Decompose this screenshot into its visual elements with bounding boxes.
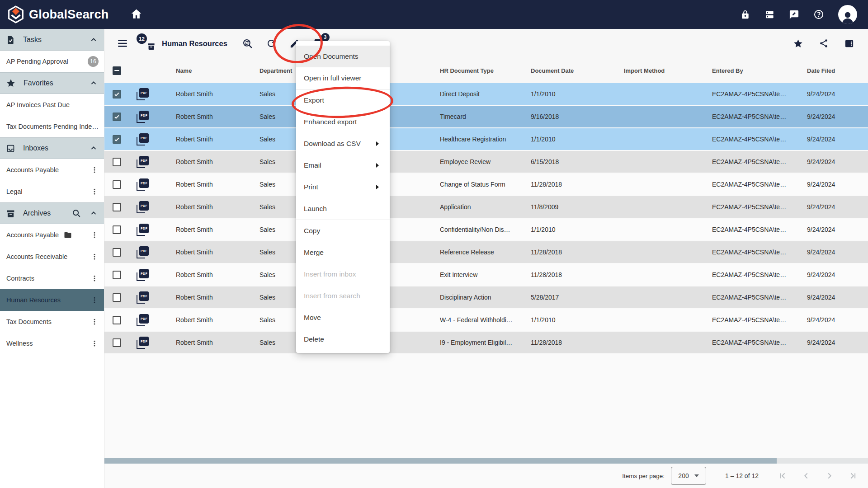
table-row[interactable]: PDFRobert SmithSalesDisciplinary Action5… bbox=[104, 286, 868, 309]
column-header-hr-document-type[interactable]: HR Document Type bbox=[440, 58, 494, 83]
column-header-entered-by[interactable]: Entered By bbox=[712, 58, 743, 83]
table-row[interactable]: PDFRobert SmithSalesI9 - Employment Elig… bbox=[104, 332, 868, 354]
kebab-menu-icon[interactable] bbox=[90, 318, 99, 326]
sidebar-item-legal[interactable]: Legal bbox=[0, 181, 104, 202]
sidebar-item-accounts-receivable[interactable]: Accounts Receivable bbox=[0, 246, 104, 267]
pdf-document-icon[interactable]: PDF bbox=[137, 156, 149, 168]
chevron-up-icon[interactable] bbox=[89, 209, 98, 218]
row-checkbox[interactable] bbox=[113, 135, 121, 144]
queues-button[interactable] bbox=[764, 9, 776, 21]
sidebar-item-wellness[interactable]: Wellness bbox=[0, 333, 104, 354]
pdf-document-icon[interactable]: PDF bbox=[137, 291, 149, 304]
home-button[interactable] bbox=[128, 6, 144, 23]
menu-item-enhanced-export[interactable]: Enhanced export bbox=[296, 111, 390, 133]
pdf-document-icon[interactable]: PDF bbox=[137, 111, 149, 123]
column-header-date-filed[interactable]: Date Filed bbox=[807, 58, 835, 83]
menu-item-print[interactable]: Print bbox=[296, 176, 390, 198]
archive-search-icon[interactable] bbox=[71, 208, 81, 218]
kebab-menu-icon[interactable] bbox=[90, 253, 99, 261]
pdf-document-icon[interactable]: PDF bbox=[137, 314, 149, 326]
table-row[interactable]: PDFRobert SmithSalesConfidentiality/Non … bbox=[104, 219, 868, 241]
row-checkbox[interactable] bbox=[113, 316, 121, 324]
horizontal-scrollbar[interactable] bbox=[104, 458, 868, 464]
table-row[interactable]: PDFRobert SmithSalesHealthcare Registrat… bbox=[104, 128, 868, 151]
menu-item-email[interactable]: Email bbox=[296, 155, 390, 176]
table-row[interactable]: PDFRobert SmithSalesDirect Deposit1/1/20… bbox=[104, 83, 868, 106]
pdf-document-icon[interactable]: PDF bbox=[137, 133, 149, 145]
row-checkbox[interactable] bbox=[113, 90, 121, 99]
sidebar-item-tax-documents-pending-inde[interactable]: Tax Documents Pending Inde… bbox=[0, 116, 104, 137]
sidebar-item-ap-pending-approval[interactable]: AP Pending Approval16 bbox=[0, 51, 104, 72]
sidebar-item-tax-documents[interactable]: Tax Documents bbox=[0, 311, 104, 333]
sidebar-section-tasks[interactable]: Tasks bbox=[0, 29, 104, 51]
refresh-button[interactable] bbox=[265, 37, 278, 50]
row-checkbox[interactable] bbox=[113, 113, 121, 121]
sidebar-section-archives[interactable]: Archives bbox=[0, 202, 104, 224]
pdf-document-icon[interactable]: PDF bbox=[137, 224, 149, 236]
table-row[interactable]: PDFRobert SmithSalesApplication11/8/2009… bbox=[104, 196, 868, 219]
help-button[interactable] bbox=[812, 8, 825, 21]
sidebar-item-accounts-payable[interactable]: Accounts Payable bbox=[0, 159, 104, 181]
sidebar-section-inboxes[interactable]: Inboxes bbox=[0, 137, 104, 159]
row-checkbox[interactable] bbox=[113, 180, 121, 189]
table-row[interactable]: PDFRobert SmithSalesTimecard9/16/2018EC2… bbox=[104, 106, 868, 128]
menu-item-merge[interactable]: Merge bbox=[296, 242, 390, 263]
account-button[interactable] bbox=[837, 4, 858, 25]
table-row[interactable]: PDFRobert SmithSalesChange of Status For… bbox=[104, 174, 868, 196]
modify-search-button[interactable] bbox=[241, 37, 254, 50]
sidebar-item-ap-invoices-past-due[interactable]: AP Invoices Past Due bbox=[0, 94, 104, 116]
column-header-import-method[interactable]: Import Method bbox=[624, 58, 665, 83]
kebab-menu-icon[interactable] bbox=[90, 166, 99, 174]
menu-item-open-documents[interactable]: Open Documents bbox=[296, 46, 390, 67]
share-button[interactable] bbox=[818, 38, 830, 49]
kebab-menu-icon[interactable] bbox=[90, 339, 99, 347]
row-checkbox[interactable] bbox=[113, 338, 121, 347]
kebab-menu-icon[interactable] bbox=[90, 274, 99, 282]
chevron-up-icon[interactable] bbox=[89, 79, 98, 88]
row-checkbox[interactable] bbox=[113, 203, 121, 211]
kebab-menu-icon[interactable] bbox=[90, 231, 99, 239]
sidebar-item-human-resources[interactable]: Human Resources bbox=[0, 289, 104, 311]
menu-item-delete[interactable]: Delete bbox=[296, 328, 390, 350]
row-checkbox[interactable] bbox=[113, 158, 121, 166]
sidebar-item-contracts[interactable]: Contracts bbox=[0, 267, 104, 289]
page-size-select[interactable]: 200 bbox=[671, 467, 706, 485]
chevron-up-icon[interactable] bbox=[89, 35, 98, 44]
table-row[interactable]: PDFRobert SmithSalesReference Release11/… bbox=[104, 241, 868, 264]
feedback-button[interactable] bbox=[788, 9, 800, 21]
menu-item-label: Merge bbox=[304, 249, 324, 257]
menu-item-export[interactable]: Export bbox=[296, 89, 390, 111]
chevron-up-icon[interactable] bbox=[89, 144, 98, 153]
menu-item-download-as-csv[interactable]: Download as CSV bbox=[296, 133, 390, 155]
pdf-document-icon[interactable]: PDF bbox=[137, 337, 149, 349]
pdf-document-icon[interactable]: PDF bbox=[137, 178, 149, 191]
row-checkbox[interactable] bbox=[113, 271, 121, 279]
pdf-document-icon[interactable]: PDF bbox=[137, 201, 149, 213]
pdf-document-icon[interactable]: PDF bbox=[137, 269, 149, 281]
table-row[interactable]: PDFRobert SmithSalesW-4 - Federal Withho… bbox=[104, 309, 868, 332]
menu-item-copy[interactable]: Copy bbox=[296, 220, 390, 242]
row-checkbox[interactable] bbox=[113, 248, 121, 257]
column-header-department[interactable]: Department bbox=[259, 58, 292, 83]
row-checkbox[interactable] bbox=[113, 225, 121, 234]
scrollbar-thumb[interactable] bbox=[104, 458, 777, 464]
menu-item-open-in-full-viewer[interactable]: Open in full viewer bbox=[296, 67, 390, 89]
toggle-panel-button[interactable] bbox=[843, 38, 855, 50]
pdf-document-icon[interactable]: PDF bbox=[137, 246, 149, 258]
lock-button[interactable] bbox=[739, 9, 751, 21]
results-menu-button[interactable] bbox=[116, 37, 129, 50]
select-all-checkbox[interactable] bbox=[113, 66, 121, 75]
favorite-button[interactable] bbox=[792, 38, 804, 50]
table-row[interactable]: PDFRobert SmithSalesEmployee Review6/15/… bbox=[104, 151, 868, 174]
row-checkbox[interactable] bbox=[113, 293, 121, 302]
table-row[interactable]: PDFRobert SmithSalesExit Interview11/28/… bbox=[104, 264, 868, 286]
menu-item-launch[interactable]: Launch bbox=[296, 198, 390, 220]
kebab-menu-icon[interactable] bbox=[90, 296, 99, 304]
pdf-document-icon[interactable]: PDF bbox=[137, 88, 149, 100]
column-header-document-date[interactable]: Document Date bbox=[531, 58, 574, 83]
sidebar-item-accounts-payable[interactable]: Accounts Payable bbox=[0, 224, 104, 246]
kebab-menu-icon[interactable] bbox=[90, 188, 99, 196]
menu-item-move[interactable]: Move bbox=[296, 307, 390, 328]
column-header-name[interactable]: Name bbox=[176, 58, 192, 83]
sidebar-section-favorites[interactable]: Favorites bbox=[0, 72, 104, 94]
